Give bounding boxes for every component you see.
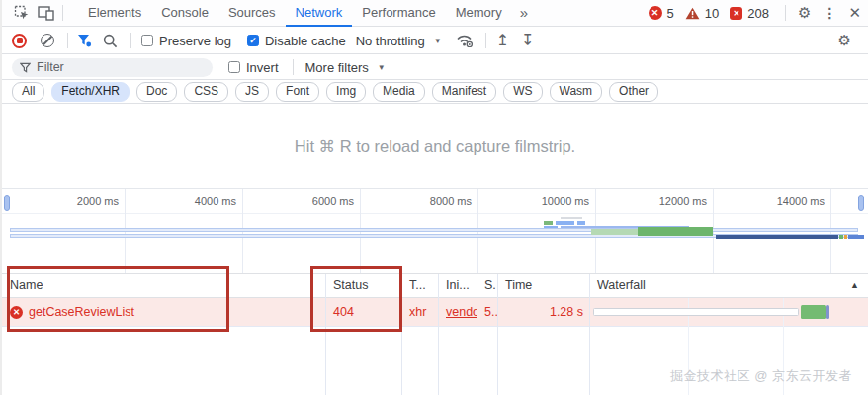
overview-waterfall-bar	[638, 227, 713, 236]
waterfall-segment	[593, 308, 799, 316]
overview-waterfall-bar	[848, 235, 864, 239]
network-settings-gear-icon[interactable]: ⚙	[831, 28, 858, 53]
filter-toggle-icon[interactable]	[77, 34, 92, 47]
preserve-log-checkbox[interactable]	[141, 35, 153, 46]
waterfall-segment	[801, 305, 826, 319]
overview-right-handle[interactable]	[858, 195, 864, 211]
filmstrip-hint-message: Hit ⌘ R to reload and capture filmstrip.	[2, 105, 868, 188]
filter-chip-fetch-xhr[interactable]: Fetch/XHR	[51, 82, 130, 101]
more-filters-label: More filters	[305, 60, 369, 75]
column-divider[interactable]	[477, 274, 477, 395]
tab-console[interactable]: Console	[151, 0, 218, 27]
error-count: 5	[667, 6, 674, 21]
overview-waterfall-bar	[839, 235, 843, 239]
tab-performance[interactable]: Performance	[352, 0, 445, 27]
import-har-icon[interactable]: ↥	[496, 33, 509, 48]
issues-count: 208	[747, 6, 769, 21]
devtools-tab-bar: ElementsConsoleSourcesNetworkPerformance…	[2, 0, 868, 27]
more-tabs-button[interactable]: »	[512, 0, 536, 26]
tab-sources[interactable]: Sources	[218, 0, 286, 27]
search-icon[interactable]	[103, 34, 118, 48]
overview-waterfall-bar	[544, 221, 553, 225]
issues-count-badge[interactable]: ✕ 208	[730, 6, 769, 21]
inspect-element-icon[interactable]	[10, 3, 34, 23]
warning-count-badge[interactable]: 10	[685, 6, 719, 21]
overview-waterfall-bar	[556, 221, 574, 225]
tab-network[interactable]: Network	[286, 0, 353, 27]
divider	[67, 33, 68, 48]
export-har-icon[interactable]: ↧	[521, 33, 534, 48]
network-conditions-icon[interactable]	[456, 34, 474, 47]
invert-label: Invert	[246, 60, 279, 75]
chevron-down-icon: ▼	[434, 37, 442, 45]
filter-chip-css[interactable]: CSS	[184, 82, 228, 101]
timeline-overview[interactable]: 2000 ms4000 ms6000 ms8000 ms10000 ms1200…	[2, 188, 868, 274]
record-button[interactable]	[12, 34, 27, 48]
column-header-waterfall[interactable]: Waterfall	[589, 274, 868, 297]
filter-chip-font[interactable]: Font	[276, 82, 319, 101]
filter-chip-all[interactable]: All	[12, 82, 44, 101]
divider	[785, 5, 786, 21]
divider	[485, 33, 486, 48]
column-header-t[interactable]: T...	[401, 274, 438, 297]
column-header-ini[interactable]: Ini...	[438, 274, 477, 297]
overview-waterfall-bar	[10, 228, 858, 232]
column-divider[interactable]	[497, 274, 498, 395]
device-toolbar-icon[interactable]	[34, 3, 57, 23]
clear-button[interactable]	[41, 34, 54, 47]
filter-row: Filter Invert More filters ▼	[2, 55, 868, 80]
preserve-log-label: Preserve log	[159, 34, 231, 48]
devtools-tabs: ElementsConsoleSourcesNetworkPerformance…	[78, 0, 512, 27]
timeline-tick-label: 2000 ms	[34, 196, 119, 207]
watermark-text: 掘金技术社区 @ 京东云开发者	[670, 367, 852, 385]
overview-left-handle[interactable]	[4, 195, 10, 211]
row-cell-size[interactable]: 5...	[477, 298, 497, 326]
overview-divider-line	[2, 213, 868, 214]
warning-count: 10	[705, 6, 719, 21]
divider	[62, 5, 63, 21]
column-divider[interactable]	[589, 274, 590, 395]
tab-memory[interactable]: Memory	[446, 0, 512, 27]
filter-chip-media[interactable]: Media	[373, 82, 425, 101]
filter-chip-img[interactable]: Img	[326, 82, 366, 101]
timeline-tick-label: 6000 ms	[269, 196, 354, 207]
error-icon: ✕	[649, 6, 662, 20]
tab-elements[interactable]: Elements	[78, 0, 151, 27]
error-count-badge[interactable]: ✕ 5	[649, 6, 674, 21]
disable-cache-checkbox[interactable]: ✓	[247, 35, 259, 46]
invert-checkbox[interactable]	[228, 61, 240, 73]
overview-waterfall-bar	[561, 217, 582, 219]
timeline-tick-label: 10000 ms	[504, 196, 589, 207]
column-header-time[interactable]: Time	[497, 274, 589, 297]
waterfall-segment	[826, 305, 829, 319]
close-icon[interactable]: ✕	[841, 0, 868, 26]
row-cell-time[interactable]: 1.28 s	[497, 298, 589, 326]
filter-chip-ws[interactable]: WS	[503, 82, 542, 101]
divider	[293, 59, 294, 75]
column-divider[interactable]	[438, 274, 439, 395]
more-filters-button[interactable]: More filters ▼	[305, 60, 386, 75]
throttling-value: No throttling	[356, 34, 425, 48]
filter-chip-manifest[interactable]: Manifest	[432, 82, 496, 101]
filter-chip-wasm[interactable]: Wasm	[550, 82, 603, 101]
issues-icon: ✕	[730, 7, 742, 20]
row-cell-type[interactable]: xhr	[401, 298, 438, 326]
filter-chip-other[interactable]: Other	[609, 82, 658, 101]
filter-chip-doc[interactable]: Doc	[136, 82, 177, 101]
network-toolbar: Preserve log ✓ Disable cache No throttli…	[2, 28, 868, 54]
row-cell-text: 5...	[484, 305, 497, 319]
row-cell-text: xhr	[409, 305, 426, 319]
overview-waterfall-bar	[716, 235, 838, 239]
throttling-select[interactable]: No throttling ▼	[356, 34, 442, 48]
filter-input[interactable]: Filter	[12, 58, 213, 77]
timeline-tick-label: 14000 ms	[739, 196, 825, 207]
column-header-s[interactable]: S.	[477, 274, 497, 297]
row-cell-text: 1.28 s	[550, 305, 583, 319]
settings-gear-icon[interactable]: ⚙	[791, 0, 818, 26]
timeline-tick-label: 4000 ms	[151, 196, 236, 207]
more-options-icon[interactable]: ⋮	[818, 0, 841, 26]
filter-chip-js[interactable]: JS	[235, 82, 269, 101]
overview-waterfall-bar	[577, 221, 585, 225]
row-cell-initiator[interactable]: vendo	[438, 298, 477, 326]
chevron-down-icon: ▼	[378, 63, 386, 72]
